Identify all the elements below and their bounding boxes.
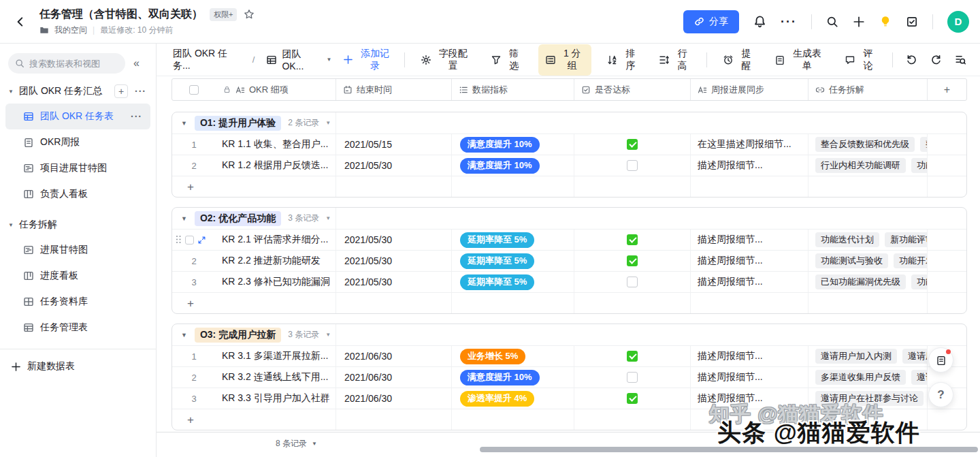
- metric-pill[interactable]: 延期率降至 5%: [460, 274, 534, 290]
- weekly-cell[interactable]: 描述周报细节...: [690, 230, 808, 250]
- back-button[interactable]: [10, 11, 31, 33]
- sidebar-item-owner-kanban[interactable]: 负责人看板: [0, 181, 156, 207]
- metric-cell[interactable]: 满意度提升 10%: [451, 367, 574, 388]
- help-button[interactable]: ?: [928, 382, 953, 407]
- pass-checkbox[interactable]: [627, 372, 638, 383]
- redo-icon[interactable]: [930, 54, 942, 65]
- sidebar-item-okr-weekly[interactable]: OKR周报: [0, 129, 156, 155]
- group-menu-caret-icon[interactable]: ▼: [325, 215, 331, 221]
- collapse-caret-icon[interactable]: ▼: [181, 120, 187, 127]
- docs-helper-button[interactable]: [928, 347, 953, 373]
- tasks-icon[interactable]: [906, 16, 918, 28]
- pass-checkbox[interactable]: [627, 255, 638, 266]
- task-split-cell[interactable]: 整合反馈数据和优先级整理: [808, 134, 927, 155]
- linked-record-tag[interactable]: 功能迭代计划: [815, 232, 879, 247]
- new-table-button[interactable]: 新建数据表: [0, 352, 156, 381]
- task-split-cell[interactable]: 功能测试与验收功能开发: [808, 251, 927, 271]
- okr-cell[interactable]: KR 2.3 修补已知功能漏洞: [216, 272, 336, 292]
- linked-record-tag[interactable]: 多渠道收集用户反馈: [815, 370, 906, 385]
- column-task-split[interactable]: 任务拆解: [808, 79, 927, 100]
- pass-cell[interactable]: [574, 388, 690, 409]
- metric-cell[interactable]: 满意度提升 10%: [451, 134, 574, 155]
- caret-down-icon[interactable]: ▼: [8, 222, 19, 228]
- group-button[interactable]: 1 分组: [538, 44, 591, 76]
- pass-cell[interactable]: [574, 272, 690, 292]
- metric-pill[interactable]: 延期率降至 5%: [460, 232, 534, 248]
- add-field-button[interactable]: +: [927, 79, 966, 100]
- metric-cell[interactable]: 满意度提升 10%: [451, 155, 574, 176]
- weekly-cell[interactable]: 描述周报细节...: [690, 367, 808, 388]
- linked-record-tag[interactable]: 功能测试与验收: [815, 253, 888, 268]
- select-all-checkbox[interactable]: [189, 85, 199, 95]
- comment-button[interactable]: 评论: [840, 44, 881, 76]
- sidebar-search-input[interactable]: [29, 59, 111, 69]
- column-end-date[interactable]: 结束时间: [336, 79, 451, 100]
- linked-record-tag[interactable]: 整合反馈数据和优先级: [815, 137, 915, 152]
- linked-record-tag[interactable]: 整理: [920, 137, 927, 152]
- end-date-cell[interactable]: 2021/05/30: [336, 272, 451, 292]
- weekly-cell[interactable]: 描述周报细节...: [690, 346, 808, 366]
- pass-cell[interactable]: [574, 134, 690, 155]
- column-metric[interactable]: 数据指标: [451, 79, 574, 100]
- sidebar-item-progress-gantt[interactable]: 进展甘特图: [0, 237, 156, 263]
- weekly-cell[interactable]: 描述周报细节...: [690, 155, 808, 176]
- task-split-cell[interactable]: 多渠道收集用户反馈邀请: [808, 367, 927, 388]
- linked-record-tag[interactable]: 功能: [911, 158, 927, 173]
- permission-badge[interactable]: 权限+: [210, 8, 237, 21]
- pass-checkbox[interactable]: [627, 160, 638, 171]
- notification-bell-icon[interactable]: [753, 15, 766, 28]
- linked-record-tag[interactable]: 新功能评审: [885, 232, 927, 247]
- column-pass[interactable]: 是否达标: [574, 79, 690, 100]
- pass-checkbox[interactable]: [627, 393, 638, 404]
- end-date-cell[interactable]: 2021/05/15: [336, 134, 451, 155]
- end-date-cell[interactable]: 2021/06/30: [336, 388, 451, 409]
- linked-record-tag[interactable]: 邀请用户加入内测: [815, 349, 897, 364]
- end-date-cell[interactable]: 2021/05/30: [336, 251, 451, 271]
- select-all-cell[interactable]: [172, 79, 216, 100]
- metric-cell[interactable]: 延期率降至 5%: [451, 272, 574, 292]
- column-okr[interactable]: OKR 细项: [216, 79, 336, 100]
- caret-down-icon[interactable]: ▼: [8, 89, 19, 95]
- okr-cell[interactable]: KR 1.1 收集、整合用户...: [216, 134, 336, 155]
- record-count[interactable]: 8 条记录 ▼: [276, 438, 317, 450]
- search-icon[interactable]: [826, 16, 838, 28]
- sidebar-item-task-table[interactable]: 任务管理表: [0, 315, 156, 341]
- drag-handle-icon[interactable]: [176, 236, 182, 244]
- metric-cell[interactable]: 延期率降至 5%: [451, 251, 574, 271]
- okr-cell[interactable]: KR 1.2 根据用户反馈迭...: [216, 155, 336, 176]
- pass-cell[interactable]: [574, 155, 690, 176]
- table-row[interactable]: 2 KR 1.2 根据用户反馈迭... 2021/05/30 满意度提升 10%…: [172, 155, 966, 176]
- okr-cell[interactable]: KR 2.1 评估需求并细分...: [216, 230, 336, 250]
- search-in-table-icon[interactable]: [955, 54, 966, 65]
- linked-record-tag[interactable]: 已知功能漏洞优先级: [815, 274, 906, 289]
- add-view-button[interactable]: +: [114, 84, 128, 98]
- weekly-cell[interactable]: 描述周报细节...: [690, 272, 808, 292]
- create-new-icon[interactable]: [853, 16, 865, 28]
- sidebar-search-box[interactable]: [8, 53, 125, 74]
- pass-cell[interactable]: [574, 251, 690, 271]
- task-split-cell[interactable]: 邀请用户加入内测邀请用户: [808, 346, 927, 366]
- add-record-button[interactable]: 添加记录: [343, 48, 393, 72]
- field-config-button[interactable]: 字段配置: [416, 44, 475, 76]
- okr-cell[interactable]: KR 3.1 多渠道开展拉新...: [216, 346, 336, 366]
- end-date-cell[interactable]: 2021/05/30: [336, 155, 451, 176]
- table-row[interactable]: 3 KR 2.3 修补已知功能漏洞 2021/05/30 延期率降至 5% 描述…: [172, 271, 966, 292]
- group-header[interactable]: ▼ O3: 完成用户拉新 3 条记录 ▼: [172, 324, 966, 345]
- item-more-icon[interactable]: ···: [131, 111, 142, 122]
- collapse-caret-icon[interactable]: ▼: [181, 215, 187, 222]
- end-date-cell[interactable]: 2021/05/30: [336, 230, 451, 250]
- group-header[interactable]: ▼ O2: 优化产品功能 3 条记录 ▼: [172, 208, 966, 229]
- table-row-hovered[interactable]: KR 2.1 评估需求并细分... 2021/05/30 延期率降至 5% 描述…: [172, 229, 966, 250]
- expand-record-icon[interactable]: [197, 236, 206, 245]
- remind-button[interactable]: 提醒: [719, 44, 759, 76]
- metric-pill[interactable]: 满意度提升 10%: [460, 370, 540, 385]
- group-name-chip[interactable]: O3: 完成用户拉新: [195, 328, 281, 343]
- table-row[interactable]: 2 KR 3.2 连通线上线下用... 2021/06/30 满意度提升 10%…: [172, 366, 966, 388]
- collapse-sidebar-icon[interactable]: «: [133, 58, 140, 69]
- filter-button[interactable]: 筛选: [487, 44, 527, 76]
- section-more-icon[interactable]: ···: [135, 86, 146, 97]
- linked-record-tag[interactable]: 功能开发: [894, 253, 927, 268]
- weekly-cell[interactable]: 描述周报细节...: [690, 251, 808, 271]
- pass-checkbox[interactable]: [627, 351, 638, 362]
- sidebar-item-okr-table[interactable]: 团队 OKR 任务表 ···: [5, 104, 150, 129]
